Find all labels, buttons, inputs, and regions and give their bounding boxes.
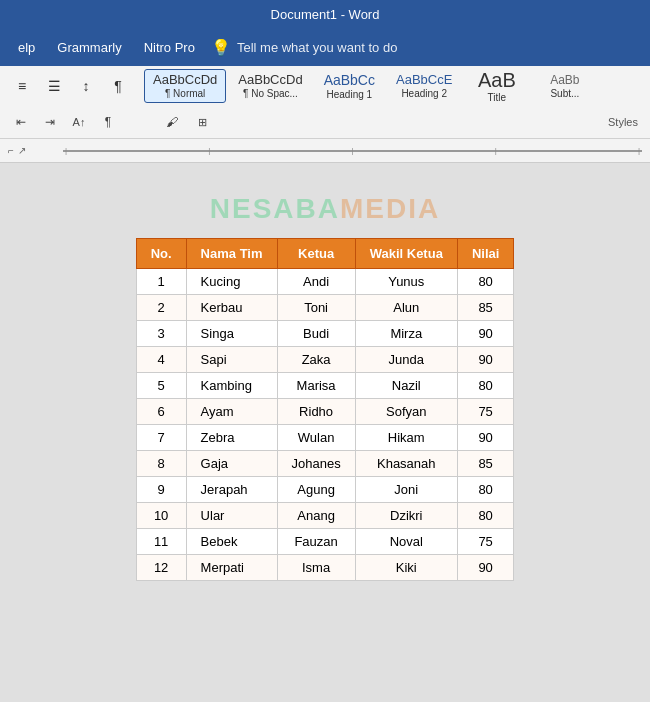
pilcrow2-btn[interactable]: ¶: [95, 111, 121, 133]
menu-item-nitro[interactable]: Nitro Pro: [134, 34, 205, 61]
table-cell: Toni: [277, 295, 355, 321]
table-header: No. Nama Tim Ketua Wakil Ketua Nilai: [136, 239, 514, 269]
table-cell: Zaka: [277, 347, 355, 373]
table-cell: 3: [136, 321, 186, 347]
table-cell: 12: [136, 555, 186, 581]
table-cell: Budi: [277, 321, 355, 347]
table-cell: Kerbau: [186, 295, 277, 321]
table-cell: Gaja: [186, 451, 277, 477]
sort-btn[interactable]: ↕: [72, 72, 100, 100]
table-row: 5KambingMarisaNazil80: [136, 373, 514, 399]
style-normal-label: ¶ Normal: [165, 88, 205, 99]
style-h2[interactable]: AaBbCcE Heading 2: [387, 69, 461, 103]
tell-me-text: Tell me what you want to do: [237, 40, 397, 55]
style-nospace-preview: AaBbCcDd: [238, 73, 302, 86]
align-left-btn[interactable]: ≡: [8, 72, 36, 100]
pilcrow-btn[interactable]: ¶: [104, 72, 132, 100]
style-h2-label: Heading 2: [401, 88, 447, 99]
table-cell: Alun: [355, 295, 457, 321]
table-cell: 80: [457, 477, 513, 503]
table-cell: Nazil: [355, 373, 457, 399]
title-bar-text: Document1 - Word: [271, 7, 380, 22]
az-btn[interactable]: A↑: [66, 111, 92, 133]
table-row: 12MerpatiIsmaKiki90: [136, 555, 514, 581]
styles-section-label: Styles: [608, 116, 638, 128]
table-container: No. Nama Tim Ketua Wakil Ketua Nilai 1Ku…: [136, 238, 515, 683]
table-cell: 90: [457, 321, 513, 347]
table-cell: 90: [457, 425, 513, 451]
paint-btn[interactable]: 🖌: [159, 111, 185, 133]
table-cell: Sofyan: [355, 399, 457, 425]
table-cell: Zebra: [186, 425, 277, 451]
menu-item-grammarly[interactable]: Grammarly: [47, 34, 131, 61]
table-cell: Mirza: [355, 321, 457, 347]
table-cell: 75: [457, 529, 513, 555]
table-cell: Kucing: [186, 269, 277, 295]
style-normal-preview: AaBbCcDd: [153, 73, 217, 86]
table-row: 7ZebraWulanHikam90: [136, 425, 514, 451]
header-no: No.: [136, 239, 186, 269]
style-h1[interactable]: AaBbCc Heading 1: [315, 69, 384, 104]
table-cell: 85: [457, 295, 513, 321]
header-wakil: Wakil Ketua: [355, 239, 457, 269]
border-btn[interactable]: ⊞: [189, 111, 215, 133]
indent-right-btn[interactable]: ⇥: [37, 111, 63, 133]
ruler-left: ⌐ ↗: [8, 145, 63, 156]
style-title-preview: AaB: [478, 70, 516, 90]
align-center-btn[interactable]: ☰: [40, 72, 68, 100]
menu-item-help[interactable]: elp: [8, 34, 45, 61]
table-row: 6AyamRidhoSofyan75: [136, 399, 514, 425]
table-cell: Wulan: [277, 425, 355, 451]
table-cell: Singa: [186, 321, 277, 347]
watermark-media: MEDIA: [340, 193, 440, 224]
table-cell: Marisa: [277, 373, 355, 399]
ribbon-row1: ≡ ☰ ↕ ¶ AaBbCcDd ¶ Normal AaBbCcDd ¶ No …: [0, 66, 650, 106]
style-subtitle-label: Subt...: [550, 88, 579, 99]
table-cell: Kambing: [186, 373, 277, 399]
ribbon-row2: ⇤ ⇥ A↑ ¶ 🖌 ⊞ Styles: [0, 106, 650, 138]
table-cell: Fauzan: [277, 529, 355, 555]
header-nama: Nama Tim: [186, 239, 277, 269]
style-subtitle-preview: AaBb: [550, 74, 579, 86]
table-cell: Yunus: [355, 269, 457, 295]
table-cell: 9: [136, 477, 186, 503]
style-nospace[interactable]: AaBbCcDd ¶ No Spac...: [229, 69, 311, 103]
table-cell: Ayam: [186, 399, 277, 425]
table-cell: 7: [136, 425, 186, 451]
table-cell: 90: [457, 555, 513, 581]
style-subtitle[interactable]: AaBb Subt...: [532, 70, 597, 103]
tell-me-area[interactable]: 💡 Tell me what you want to do: [211, 38, 397, 57]
table-cell: 10: [136, 503, 186, 529]
table-cell: 80: [457, 269, 513, 295]
ruler: ⌐ ↗ | | | | |: [0, 139, 650, 163]
table-cell: Isma: [277, 555, 355, 581]
table-cell: Jerapah: [186, 477, 277, 503]
table-cell: Andi: [277, 269, 355, 295]
indent-left-btn[interactable]: ⇤: [8, 111, 34, 133]
header-ketua: Ketua: [277, 239, 355, 269]
ruler-tick: |: [638, 146, 640, 155]
table-cell: Sapi: [186, 347, 277, 373]
table-cell: 85: [457, 451, 513, 477]
table-cell: 11: [136, 529, 186, 555]
table-row: 10UlarAnangDzikri80: [136, 503, 514, 529]
style-title[interactable]: AaB Title: [464, 66, 529, 107]
table-cell: 80: [457, 373, 513, 399]
table-cell: Merpati: [186, 555, 277, 581]
style-h1-label: Heading 1: [327, 89, 373, 100]
table-cell: 80: [457, 503, 513, 529]
style-h1-preview: AaBbCc: [324, 73, 375, 87]
table-cell: 2: [136, 295, 186, 321]
ruler-ph-icon: ⌐: [8, 145, 14, 156]
table-cell: 75: [457, 399, 513, 425]
menu-bar: elp Grammarly Nitro Pro 💡 Tell me what y…: [0, 28, 650, 66]
table-cell: Johanes: [277, 451, 355, 477]
style-normal[interactable]: AaBbCcDd ¶ Normal: [144, 69, 226, 103]
watermark-nesaba: NESABA: [210, 193, 340, 224]
title-bar: Document1 - Word: [0, 0, 650, 28]
table-cell: 90: [457, 347, 513, 373]
table-cell: 4: [136, 347, 186, 373]
table-cell: Kiki: [355, 555, 457, 581]
ruler-tick: |: [351, 146, 353, 155]
table-cell: Bebek: [186, 529, 277, 555]
